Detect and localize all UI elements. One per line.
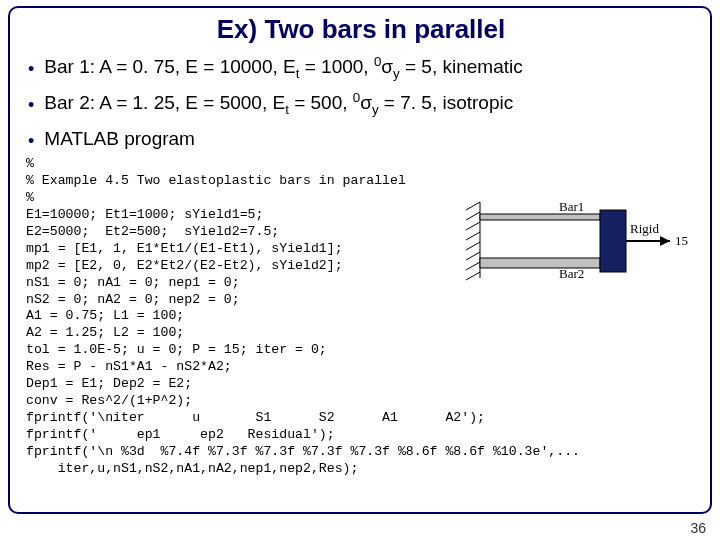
svg-line-1	[466, 202, 480, 210]
label-bar1: Bar1	[559, 199, 584, 214]
svg-line-5	[466, 242, 480, 250]
rigid-block	[600, 210, 626, 272]
svg-line-2	[466, 212, 480, 220]
bullet-dot-icon: •	[28, 60, 34, 78]
svg-line-8	[466, 272, 480, 280]
bullet-3: • MATLAB program	[28, 123, 698, 154]
label-bar2: Bar2	[559, 266, 584, 281]
svg-line-4	[466, 232, 480, 240]
bars-parallel-diagram: Bar1 Bar2 Rigid 15	[462, 198, 692, 288]
bullet-2-text: Bar 2: A = 1. 25, E = 5000, Et = 500, 0σ…	[44, 87, 513, 121]
bullet-dot-icon: •	[28, 132, 34, 150]
bullet-1: • Bar 1: A = 0. 75, E = 10000, Et = 1000…	[28, 51, 698, 85]
bullet-1-text: Bar 1: A = 0. 75, E = 10000, Et = 1000, …	[44, 51, 522, 85]
slide-page: Ex) Two bars in parallel • Bar 1: A = 0.…	[0, 0, 720, 540]
label-force: 15	[675, 233, 688, 248]
slide-frame: Ex) Two bars in parallel • Bar 1: A = 0.…	[8, 6, 712, 514]
bullet-3-text: MATLAB program	[44, 123, 195, 154]
label-rigid: Rigid	[630, 221, 659, 236]
svg-line-6	[466, 252, 480, 260]
bullet-list: • Bar 1: A = 0. 75, E = 10000, Et = 1000…	[28, 51, 698, 154]
slide-number: 36	[690, 520, 706, 536]
force-arrow-head-icon	[660, 236, 670, 246]
slide-title: Ex) Two bars in parallel	[24, 14, 698, 45]
bar1-shape	[480, 214, 600, 220]
svg-line-3	[466, 222, 480, 230]
bullet-dot-icon: •	[28, 96, 34, 114]
svg-line-7	[466, 262, 480, 270]
bullet-2: • Bar 2: A = 1. 25, E = 5000, Et = 500, …	[28, 87, 698, 121]
